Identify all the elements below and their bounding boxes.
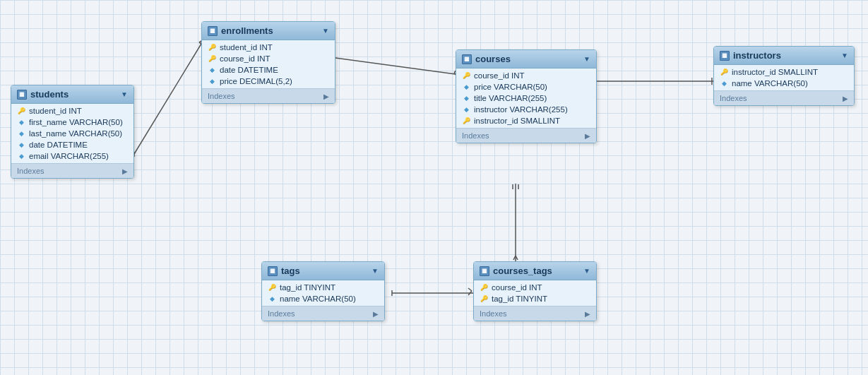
table-icon-enrollments: ▦ <box>208 26 218 36</box>
table-row: ◆ price DECIMAL(5,2) <box>202 76 335 87</box>
field-text: student_id INT <box>220 43 273 52</box>
table-title-instructors: instructors <box>733 50 781 61</box>
table-icon-instructors: ▦ <box>720 51 730 61</box>
table-enrollments: ▦ enrollments ▼ 🔑 student_id INT 🔑 cours… <box>201 21 335 104</box>
table-row: ◆ price VARCHAR(50) <box>456 81 596 93</box>
table-row: 🔑 instructor_id SMALLINT <box>456 115 596 126</box>
table-row: ◆ first_name VARCHAR(50) <box>11 117 133 128</box>
field-text: title VARCHAR(255) <box>474 94 547 102</box>
diamond-icon: ◆ <box>462 105 470 114</box>
table-row: 🔑 course_id INT <box>202 53 335 64</box>
table-row: 🔑 student_id INT <box>202 42 335 53</box>
dropdown-instructors[interactable]: ▼ <box>841 52 848 59</box>
indexes-enrollments[interactable]: Indexes ▶ <box>202 88 335 103</box>
diamond-icon: ◆ <box>720 79 728 88</box>
table-body-students: 🔑 student_id INT ◆ first_name VARCHAR(50… <box>11 104 133 163</box>
field-text: tag_id TINYINT <box>280 283 335 292</box>
key-icon: 🔑 <box>720 68 728 76</box>
table-row: 🔑 course_id INT <box>474 282 596 293</box>
diamond-icon: ◆ <box>462 83 470 91</box>
field-text: student_id INT <box>29 107 82 115</box>
key-icon: 🔑 <box>17 107 25 115</box>
indexes-courses-tags[interactable]: Indexes ▶ <box>474 306 596 321</box>
table-header-instructors[interactable]: ▦ instructors ▼ <box>714 47 854 65</box>
field-text: course_id INT <box>492 283 542 292</box>
table-row: ◆ name VARCHAR(50) <box>714 78 854 89</box>
field-text: first_name VARCHAR(50) <box>29 118 123 126</box>
svg-line-15 <box>516 256 518 260</box>
table-row: 🔑 student_id INT <box>11 105 133 117</box>
field-text: price VARCHAR(50) <box>474 83 547 91</box>
indexes-label: Indexes <box>720 94 747 102</box>
table-body-courses: 🔑 course_id INT ◆ price VARCHAR(50) ◆ ti… <box>456 69 596 128</box>
svg-line-14 <box>513 256 516 260</box>
indexes-arrow: ▶ <box>585 132 590 140</box>
table-header-students[interactable]: ▦ students ▼ <box>11 85 133 104</box>
table-icon-courses: ▦ <box>462 54 472 64</box>
svg-line-0 <box>134 44 201 154</box>
indexes-arrow: ▶ <box>585 310 590 318</box>
table-body-enrollments: 🔑 student_id INT 🔑 course_id INT ◆ date … <box>202 40 335 88</box>
dropdown-tags[interactable]: ▼ <box>371 267 379 275</box>
table-title-courses-tags: courses_tags <box>493 266 552 276</box>
field-text: course_id INT <box>474 71 525 80</box>
table-header-courses-tags[interactable]: ▦ courses_tags ▼ <box>474 262 596 280</box>
table-tags: ▦ tags ▼ 🔑 tag_id TINYINT ◆ name VARCHAR… <box>261 261 385 321</box>
field-text: course_id INT <box>220 54 270 63</box>
table-row: 🔑 instructor_id SMALLINT <box>714 66 854 78</box>
table-title-enrollments: enrollments <box>221 25 273 36</box>
table-row: 🔑 tag_id TINYINT <box>262 282 384 293</box>
field-text: name VARCHAR(50) <box>280 294 356 303</box>
diamond-icon: ◆ <box>17 152 25 160</box>
indexes-arrow: ▶ <box>843 95 848 102</box>
dropdown-courses-tags[interactable]: ▼ <box>583 267 590 275</box>
diamond-icon: ◆ <box>268 294 276 303</box>
dropdown-students[interactable]: ▼ <box>121 90 128 98</box>
field-text: instructor_id SMALLINT <box>732 68 818 76</box>
table-row: ◆ title VARCHAR(255) <box>456 93 596 104</box>
table-courses: ▦ courses ▼ 🔑 course_id INT ◆ price VARC… <box>456 49 597 143</box>
indexes-courses[interactable]: Indexes ▶ <box>456 128 596 143</box>
diamond-icon: ◆ <box>208 77 216 85</box>
field-text: email VARCHAR(255) <box>29 152 109 160</box>
dropdown-courses[interactable]: ▼ <box>583 55 590 63</box>
indexes-instructors[interactable]: Indexes ▶ <box>714 90 854 105</box>
key-icon: 🔑 <box>268 283 276 292</box>
key-icon: 🔑 <box>208 54 216 63</box>
field-text: tag_id TINYINT <box>492 294 547 303</box>
field-text: instructor VARCHAR(255) <box>474 105 568 114</box>
table-header-tags[interactable]: ▦ tags ▼ <box>262 262 384 280</box>
field-text: date DATETIME <box>220 66 278 74</box>
table-header-enrollments[interactable]: ▦ enrollments ▼ <box>202 22 335 40</box>
table-icon-tags: ▦ <box>268 266 278 276</box>
indexes-label: Indexes <box>17 167 44 175</box>
table-instructors: ▦ instructors ▼ 🔑 instructor_id SMALLINT… <box>713 46 855 106</box>
table-row: ◆ date DATETIME <box>11 139 133 150</box>
table-body-courses-tags: 🔑 course_id INT 🔑 tag_id TINYINT <box>474 280 596 306</box>
table-students: ▦ students ▼ 🔑 student_id INT ◆ first_na… <box>11 85 134 179</box>
table-icon-students: ▦ <box>17 90 27 100</box>
indexes-label: Indexes <box>268 309 295 318</box>
field-text: date DATETIME <box>29 141 88 149</box>
table-body-tags: 🔑 tag_id TINYINT ◆ name VARCHAR(50) <box>262 280 384 306</box>
indexes-tags[interactable]: Indexes ▶ <box>262 306 384 321</box>
field-text: instructor_id SMALLINT <box>474 117 560 125</box>
svg-line-20 <box>468 291 472 295</box>
table-title-students: students <box>30 89 69 100</box>
table-courses-tags: ▦ courses_tags ▼ 🔑 course_id INT 🔑 tag_i… <box>473 261 597 321</box>
indexes-students[interactable]: Indexes ▶ <box>11 163 133 178</box>
diamond-icon: ◆ <box>17 141 25 149</box>
dropdown-enrollments[interactable]: ▼ <box>322 27 329 35</box>
key-icon: 🔑 <box>208 43 216 52</box>
indexes-arrow: ▶ <box>122 167 128 175</box>
table-header-courses[interactable]: ▦ courses ▼ <box>456 50 596 69</box>
key-icon: 🔑 <box>462 117 470 125</box>
indexes-arrow: ▶ <box>323 93 329 100</box>
indexes-label: Indexes <box>208 92 235 100</box>
table-title-tags: tags <box>281 266 300 276</box>
svg-line-4 <box>325 56 456 74</box>
key-icon: 🔑 <box>480 294 488 303</box>
table-row: ◆ email VARCHAR(255) <box>11 150 133 162</box>
table-row: 🔑 tag_id TINYINT <box>474 293 596 304</box>
indexes-arrow: ▶ <box>373 310 379 318</box>
